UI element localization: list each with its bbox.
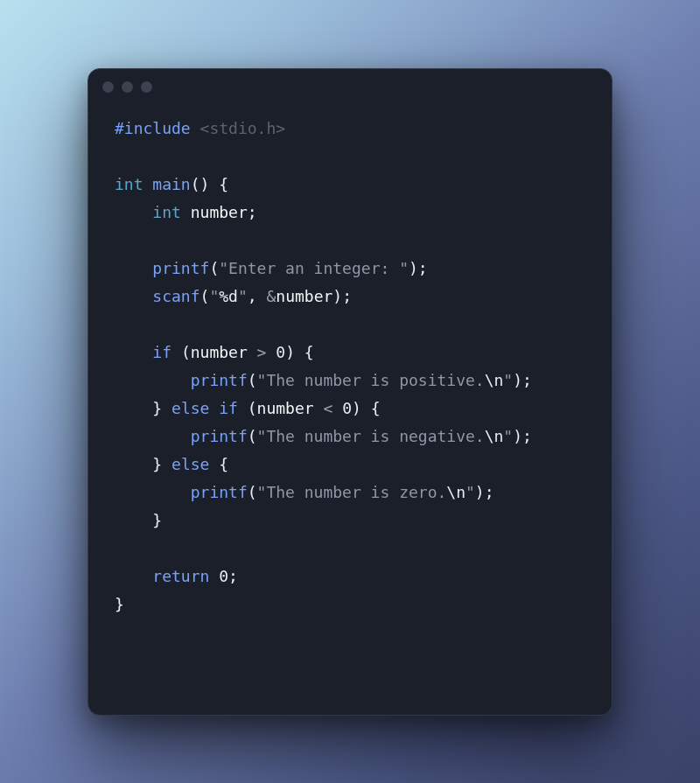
window-control-minimize-icon[interactable] — [122, 81, 133, 93]
code-block: #include <stdio.h> int main() { int numb… — [115, 115, 585, 619]
window-control-close-icon[interactable] — [102, 81, 114, 93]
code-window: #include <stdio.h> int main() { int numb… — [88, 68, 612, 716]
code-area: #include <stdio.h> int main() { int numb… — [88, 106, 612, 646]
window-control-zoom-icon[interactable] — [141, 81, 152, 93]
window-titlebar — [88, 69, 612, 106]
stage: #include <stdio.h> int main() { int numb… — [0, 0, 700, 783]
